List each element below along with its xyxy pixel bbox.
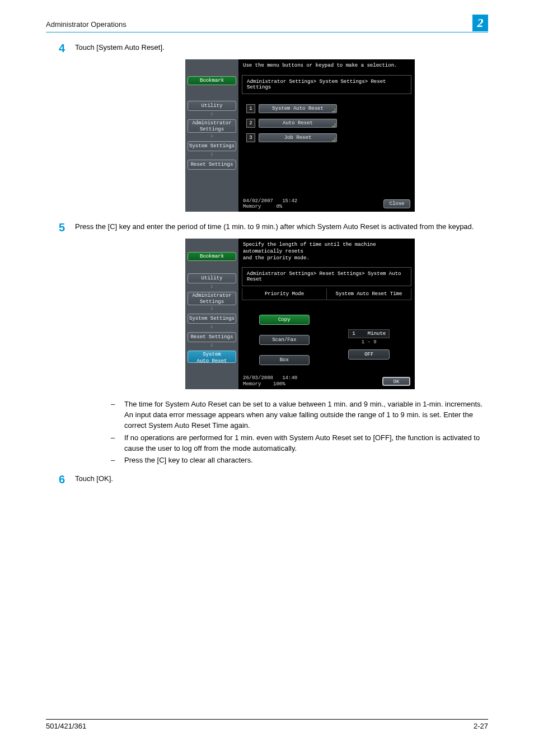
sidebar-item-reset-settings[interactable]: Reset Settings	[188, 332, 236, 342]
bullet-item: – The time for System Auto Reset can be …	[111, 399, 488, 431]
bullet-text: The time for System Auto Reset can be se…	[124, 399, 488, 431]
close-button[interactable]: Close	[383, 199, 410, 208]
bullet-list: – The time for System Auto Reset can be …	[111, 399, 488, 466]
step-5: 5 Press the [C] key and enter the period…	[46, 222, 488, 233]
bookmark-button[interactable]: Bookmark	[188, 252, 236, 261]
bullet-item: – If no operations are performed for 1 m…	[111, 433, 488, 454]
minute-value: 1	[352, 330, 355, 338]
bullet-text: If no operations are performed for 1 min…	[124, 433, 488, 454]
chevron-down-icon: ↓	[188, 152, 236, 157]
page-footer: 501/421/361 2-27	[46, 719, 488, 730]
footer-mem-val: 100%	[273, 381, 285, 387]
col-system-auto-reset-time: System Auto Reset Time	[327, 288, 411, 300]
chevron-down-icon: ↓	[188, 324, 236, 330]
page-number: 2-27	[474, 722, 488, 730]
device-footer: 26/03/2008 14:40 Memory 100% OK	[238, 373, 415, 389]
bookmark-button[interactable]: Bookmark	[188, 76, 236, 85]
footer-time: 14:40	[282, 375, 297, 381]
dash-icon: –	[111, 455, 118, 466]
col-priority-mode: Priority Mode	[242, 288, 327, 300]
doc-model: 501/421/361	[46, 722, 86, 730]
sidebar-item-utility[interactable]: Utility	[188, 101, 236, 111]
menu-button[interactable]: Job Reset	[259, 133, 337, 142]
step-text: Touch [System Auto Reset].	[75, 43, 488, 53]
header-row: Administrator Operations 2	[46, 20, 488, 32]
dash-icon: –	[111, 433, 118, 454]
off-button[interactable]: OFF	[348, 349, 390, 360]
menu-button[interactable]: System Auto Reset	[259, 104, 337, 113]
dash-icon: –	[111, 399, 118, 431]
menu-number: 3	[246, 133, 255, 142]
menu-item-job-reset[interactable]: 3 Job Reset	[246, 133, 407, 142]
chevron-down-icon: ↓	[188, 306, 236, 311]
sidebar-item-admin[interactable]: Administrator Settings	[188, 292, 236, 305]
box-button[interactable]: Box	[259, 355, 310, 365]
footer-mem-label: Memory	[243, 381, 261, 387]
step-number: 6	[46, 474, 65, 485]
breadcrumb: Administrator Settings> Reset Settings> …	[242, 267, 411, 286]
step-number: 5	[46, 222, 65, 233]
sidebar-item-reset-settings[interactable]: Reset Settings	[188, 160, 236, 170]
breadcrumb: Administrator Settings> System Settings>…	[242, 75, 411, 94]
chevron-down-icon: ↓	[188, 111, 236, 117]
step-text: Touch [OK].	[75, 474, 488, 484]
minute-range: 1 - 9	[332, 339, 406, 345]
device-screenshot-2: Bookmark Utility ↓ Administrator Setting…	[185, 239, 415, 389]
footer-mem-label: Memory	[243, 204, 261, 209]
priority-mode-pane: Copy Scan/Fax Box	[242, 300, 327, 373]
instruction-text: Specify the length of time until the mac…	[238, 239, 415, 267]
minute-unit: Minute	[368, 330, 386, 338]
step-6: 6 Touch [OK].	[46, 474, 488, 485]
chevron-down-icon: ↓	[188, 343, 236, 348]
bullet-text: Press the [C] key to clear all character…	[124, 455, 488, 466]
step-4: 4 Touch [System Auto Reset].	[46, 43, 488, 54]
chevron-down-icon: ↓	[188, 284, 236, 290]
sidebar-item-admin[interactable]: Administrator Settings	[188, 119, 236, 133]
footer-mem-val: 0%	[276, 204, 282, 209]
sidebar-item-system-auto-reset[interactable]: System Auto Reset	[188, 351, 236, 363]
step-text: Press the [C] key and enter the period o…	[75, 222, 488, 232]
device-footer: 04/02/2007 15:42 Memory 0% Close	[238, 196, 415, 212]
column-headers: Priority Mode System Auto Reset Time	[242, 288, 411, 300]
menu-number: 2	[246, 119, 255, 128]
footer-date: 04/02/2007	[243, 198, 273, 204]
device-screenshot-1: Bookmark Utility ↓ Administrator Setting…	[185, 59, 415, 212]
header-title: Administrator Operations	[46, 20, 488, 30]
sidebar-item-system-settings[interactable]: System Settings	[188, 314, 236, 324]
menu-button[interactable]: Auto Reset	[259, 119, 337, 128]
ok-button[interactable]: OK	[382, 377, 410, 386]
menu-number: 1	[246, 104, 255, 113]
sidebar-item-utility[interactable]: Utility	[188, 273, 236, 283]
copy-button[interactable]: Copy	[259, 315, 310, 325]
step-number: 4	[46, 43, 65, 54]
minute-display: 1 Minute	[348, 329, 390, 338]
menu-item-system-auto-reset[interactable]: 1 System Auto Reset	[246, 104, 407, 113]
footer-time: 15:42	[282, 198, 297, 204]
footer-date: 26/03/2008	[243, 375, 273, 381]
chapter-number: 2	[472, 15, 488, 31]
bullet-item: – Press the [C] key to clear all charact…	[111, 455, 488, 466]
reset-time-pane: 1 Minute 1 - 9 OFF	[327, 300, 412, 373]
sidebar-item-system-settings[interactable]: System Settings	[188, 141, 236, 151]
instruction-text: Use the menu buttons or keypad to make a…	[238, 59, 415, 75]
chevron-down-icon: ↓	[188, 133, 236, 139]
menu-item-auto-reset[interactable]: 2 Auto Reset	[246, 119, 407, 128]
scanfax-button[interactable]: Scan/Fax	[259, 335, 310, 345]
